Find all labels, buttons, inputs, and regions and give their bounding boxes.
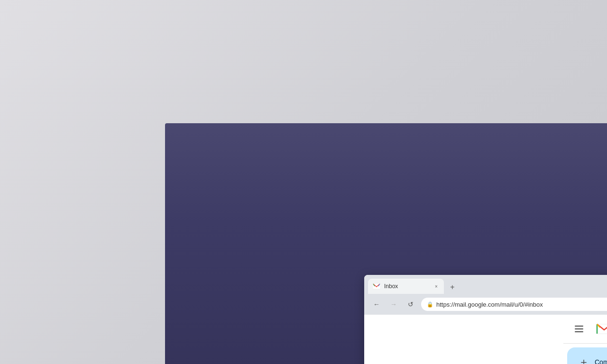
- tab-favicon: [373, 282, 380, 290]
- compose-label: Compose: [595, 358, 607, 364]
- gmail-header: Gmail 🔍 Search mail: [563, 315, 607, 343]
- back-button[interactable]: ←: [370, 298, 383, 311]
- lock-icon: 🔒: [427, 301, 433, 308]
- url-bar[interactable]: 🔒 https://mail.google.com/mail/u/0/#inbo…: [421, 298, 607, 311]
- gmail-content: ＋ Compose Inbox: [563, 344, 607, 364]
- browser-chrome: Inbox × + ← → ↺ 🔒 https://mail.google.co…: [364, 275, 607, 315]
- new-tab-button[interactable]: +: [446, 281, 459, 294]
- tab-bar: Inbox × +: [364, 275, 607, 294]
- address-bar: ← → ↺ 🔒 https://mail.google.com/mail/u/0…: [364, 294, 607, 315]
- gmail-page: Gmail 🔍 Search mail ＋ Compose: [364, 315, 607, 364]
- hamburger-line: [575, 328, 583, 329]
- gmail-logo: Gmail: [596, 322, 607, 336]
- refresh-button[interactable]: ↺: [404, 298, 417, 311]
- gmail-m-icon: [596, 322, 607, 336]
- url-text: https://mail.google.com/mail/u/0/#inbox: [436, 301, 543, 308]
- hamburger-line: [575, 331, 583, 332]
- browser-window: Inbox × + ← → ↺ 🔒 https://mail.google.co…: [364, 275, 607, 364]
- compose-button[interactable]: ＋ Compose: [567, 347, 607, 364]
- sidebar: ＋ Compose Inbox: [563, 344, 607, 364]
- monitor-frame: Inbox × + ← → ↺ 🔒 https://mail.google.co…: [165, 123, 607, 364]
- tab-title: Inbox: [384, 283, 429, 290]
- active-tab[interactable]: Inbox ×: [368, 279, 444, 294]
- hamburger-menu[interactable]: [571, 320, 588, 337]
- forward-button[interactable]: →: [387, 298, 400, 311]
- hamburger-line: [575, 326, 583, 327]
- compose-plus-icon: ＋: [579, 355, 589, 364]
- tab-close-button[interactable]: ×: [432, 282, 440, 290]
